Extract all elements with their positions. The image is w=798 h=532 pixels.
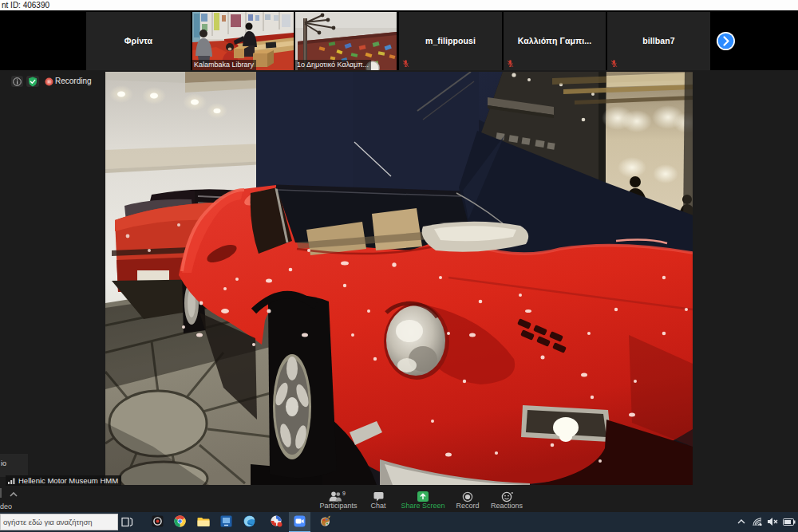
svg-text:9: 9 (342, 491, 346, 496)
